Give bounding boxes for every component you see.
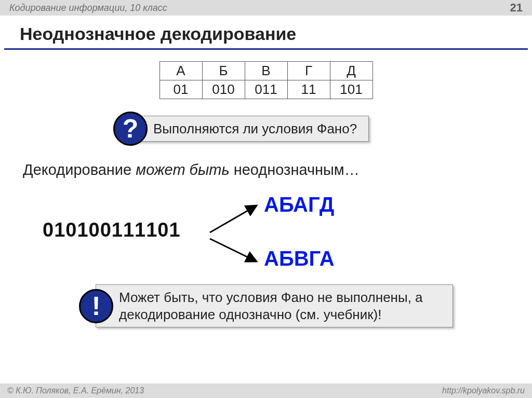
statement: Декодирование может быть неоднозначным… <box>20 159 512 189</box>
question-icon: ? <box>113 112 148 146</box>
table-cell: 11 <box>287 80 330 99</box>
svg-line-0 <box>210 205 257 232</box>
topbar: Кодирование информации, 10 класс 21 <box>0 0 532 16</box>
table-cell: 101 <box>330 80 373 99</box>
content-area: А Б В Г Д 01 010 011 11 101 ? Выполняютс… <box>0 61 532 327</box>
fork-arrows-icon <box>207 196 264 274</box>
table-cell: 011 <box>245 80 287 99</box>
slide: Кодирование информации, 10 класс 21 Неод… <box>0 0 532 398</box>
table-row: А Б В Г Д <box>159 62 373 80</box>
table-cell: Г <box>287 62 330 80</box>
exclamation-icon: ! <box>79 289 113 323</box>
table-cell: В <box>245 62 287 80</box>
decode-option-1: АБАГД <box>264 193 334 216</box>
question-callout: ? Выполняются ли условия Фано? <box>113 112 419 146</box>
statement-prefix: Декодирование <box>23 161 136 178</box>
note-callout: ! Может быть, что условия Фано не выполн… <box>79 284 453 327</box>
note-text: Может быть, что условия Фано не выполнен… <box>96 284 453 327</box>
question-text: Выполняются ли условия Фано? <box>130 116 369 142</box>
table-cell: Д <box>330 62 373 80</box>
copyright: © К.Ю. Поляков, Е.А. Ерёмин, 2013 <box>7 386 144 395</box>
decode-fork: 010100111101 АБАГД АБВГА <box>20 189 512 277</box>
decode-option-2: АБВГА <box>264 247 335 270</box>
footer-url: http://kpolyakov.spb.ru <box>442 386 525 395</box>
table-row: 01 010 011 11 101 <box>159 80 373 99</box>
statement-emph: может быть <box>136 161 229 178</box>
code-table: А Б В Г Д 01 010 011 11 101 <box>159 61 373 99</box>
title-rule <box>4 48 528 50</box>
table-cell: 010 <box>202 80 245 99</box>
table-cell: 01 <box>159 80 202 99</box>
footer: © К.Ю. Поляков, Е.А. Ерёмин, 2013 http:/… <box>0 383 532 398</box>
breadcrumb: Кодирование информации, 10 класс <box>9 3 167 13</box>
page-number: 21 <box>510 1 523 15</box>
encoded-string: 010100111101 <box>43 219 181 241</box>
statement-suffix: неоднозначным… <box>230 161 360 178</box>
svg-line-1 <box>210 239 257 262</box>
table-cell: Б <box>202 62 245 80</box>
page-title: Неоднозначное декодирование <box>0 16 532 48</box>
table-cell: А <box>159 62 202 80</box>
